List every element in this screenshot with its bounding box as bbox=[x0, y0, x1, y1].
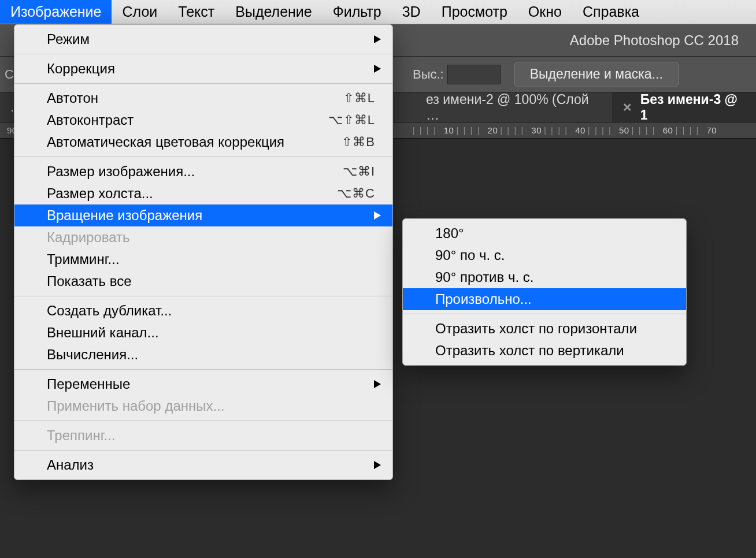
tab-untitled-2[interactable]: ез имени-2 @ 100% (Слой … bbox=[416, 92, 612, 122]
menu-label: 90° по ч. с. bbox=[435, 247, 669, 263]
menu-label: Размер изображения... bbox=[47, 163, 320, 180]
ruler-mark: 50 bbox=[619, 125, 629, 135]
menu-label: Создать дубликат... bbox=[47, 303, 375, 319]
menu-3d[interactable]: 3D bbox=[392, 0, 431, 24]
menu-crop: Кадрировать bbox=[14, 226, 392, 248]
menu-label: Размер холста... bbox=[47, 185, 314, 202]
separator bbox=[14, 54, 392, 54]
menu-label: Слои bbox=[122, 3, 157, 20]
flip-horizontal[interactable]: Отразить холст по горизонтали bbox=[403, 318, 686, 340]
menu-label: Текст bbox=[178, 3, 214, 20]
separator bbox=[14, 157, 392, 157]
menu-label: Треппинг... bbox=[47, 427, 375, 444]
menu-label: Окно bbox=[528, 3, 562, 20]
menu-label: 3D bbox=[402, 3, 421, 20]
menu-analysis[interactable]: Анализ bbox=[14, 454, 392, 476]
menu-apply-image[interactable]: Внешний канал... bbox=[14, 322, 392, 344]
close-icon[interactable]: ✕ bbox=[622, 101, 632, 114]
shortcut: ⌥⇧⌘L bbox=[328, 113, 375, 128]
tab-untitled-3[interactable]: ✕ Без имени-3 @ 1 bbox=[612, 92, 756, 122]
shortcut: ⌥⌘C bbox=[337, 186, 375, 201]
submenu-arrow-icon bbox=[374, 35, 381, 43]
menu-calculations[interactable]: Вычисления... bbox=[14, 344, 392, 366]
menu-layers[interactable]: Слои bbox=[112, 0, 168, 24]
shortcut: ⇧⌘B bbox=[342, 135, 375, 150]
menu-select[interactable]: Выделение bbox=[225, 0, 322, 24]
tab-label: Без имени-3 @ 1 bbox=[640, 92, 746, 123]
menu-label: Режим bbox=[47, 31, 375, 47]
menu-label: Отразить холст по вертикали bbox=[435, 343, 669, 359]
menu-auto-color[interactable]: Автоматическая цветовая коррекция ⇧⌘B bbox=[14, 131, 392, 153]
menu-reveal-all[interactable]: Показать все bbox=[14, 270, 392, 292]
menu-label: Изображение bbox=[10, 3, 101, 20]
menu-label: Выделение bbox=[235, 3, 312, 20]
menu-label: Фильтр bbox=[333, 3, 381, 20]
menu-label: 180° bbox=[435, 225, 669, 241]
menu-label: Кадрировать bbox=[47, 229, 375, 245]
submenu-arrow-icon bbox=[374, 211, 381, 220]
ruler-mark: 40 bbox=[575, 125, 585, 135]
menu-image[interactable]: Изображение bbox=[0, 0, 112, 24]
ruler-mark: 30 bbox=[531, 125, 542, 135]
menu-view[interactable]: Просмотр bbox=[431, 0, 518, 24]
menu-label: Переменные bbox=[47, 376, 375, 392]
menu-filter[interactable]: Фильтр bbox=[323, 0, 392, 24]
menu-label: Анализ bbox=[47, 457, 375, 473]
menu-label: Автоконтраст bbox=[47, 112, 305, 128]
separator bbox=[14, 369, 392, 370]
menu-label: Вращение изображения bbox=[47, 207, 375, 224]
submenu-arrow-icon bbox=[374, 380, 381, 388]
menu-trim[interactable]: Тримминг... bbox=[14, 248, 392, 270]
menu-duplicate[interactable]: Создать дубликат... bbox=[14, 300, 392, 322]
image-menu-dropdown: Режим Коррекция Автотон ⇧⌘L Автоконтраст… bbox=[14, 24, 393, 480]
rotate-arbitrary[interactable]: Произвольно... bbox=[403, 288, 686, 310]
menu-label: Просмотр bbox=[442, 3, 507, 20]
menu-label: Произвольно... bbox=[435, 291, 669, 307]
flip-vertical[interactable]: Отразить холст по вертикали bbox=[403, 340, 686, 362]
height-input[interactable] bbox=[447, 65, 501, 84]
menu-auto-contrast[interactable]: Автоконтраст ⌥⇧⌘L bbox=[14, 109, 392, 131]
menu-window[interactable]: Окно bbox=[518, 0, 572, 24]
ruler-mark: 70 bbox=[706, 125, 717, 135]
menu-adjustments[interactable]: Коррекция bbox=[14, 58, 392, 80]
menu-trap: Треппинг... bbox=[14, 425, 392, 447]
separator bbox=[14, 421, 392, 421]
menu-label: 90° против ч. с. bbox=[435, 269, 669, 285]
menu-label: Внешний канал... bbox=[47, 325, 375, 341]
menu-mode[interactable]: Режим bbox=[14, 28, 392, 50]
menu-label: Показать все bbox=[47, 273, 375, 289]
menu-label: Тримминг... bbox=[47, 251, 375, 267]
menu-label: Отразить холст по горизонтали bbox=[435, 321, 669, 337]
ruler-mark: 60 bbox=[663, 125, 673, 135]
menu-variables[interactable]: Переменные bbox=[14, 373, 392, 395]
separator bbox=[14, 450, 392, 451]
menu-text[interactable]: Текст bbox=[168, 0, 225, 24]
menu-label: Применить набор данных... bbox=[47, 398, 375, 414]
tab-label: ез имени-2 @ 100% (Слой … bbox=[426, 92, 602, 123]
rotate-90-cw[interactable]: 90° по ч. с. bbox=[403, 244, 686, 266]
ruler-mark: 20 bbox=[488, 125, 498, 135]
app-title: Adobe Photoshop CC 2018 bbox=[570, 32, 739, 49]
ruler-mark: 10 bbox=[444, 125, 454, 135]
rotate-180[interactable]: 180° bbox=[403, 222, 686, 244]
separator bbox=[14, 83, 392, 84]
height-label: Выс.: bbox=[413, 67, 444, 82]
select-and-mask-button[interactable]: Выделение и маска... bbox=[514, 62, 679, 87]
separator bbox=[403, 314, 686, 314]
button-label: Выделение и маска... bbox=[530, 66, 663, 82]
submenu-arrow-icon bbox=[374, 65, 381, 73]
menu-apply-data-set: Применить набор данных... bbox=[14, 395, 392, 417]
menu-auto-tone[interactable]: Автотон ⇧⌘L bbox=[14, 87, 392, 109]
submenu-arrow-icon bbox=[374, 461, 381, 469]
menu-image-rotation[interactable]: Вращение изображения bbox=[14, 204, 392, 226]
menu-canvas-size[interactable]: Размер холста... ⌥⌘C bbox=[14, 183, 392, 204]
menu-label: Автотон bbox=[47, 90, 320, 106]
menu-bar: Изображение Слои Текст Выделение Фильтр … bbox=[0, 0, 756, 24]
rotate-90-ccw[interactable]: 90° против ч. с. bbox=[403, 266, 686, 288]
menu-label: Справка bbox=[583, 3, 639, 20]
menu-label: Вычисления... bbox=[47, 347, 375, 363]
menu-help[interactable]: Справка bbox=[572, 0, 650, 24]
separator bbox=[14, 296, 392, 296]
rotation-submenu: 180° 90° по ч. с. 90° против ч. с. Произ… bbox=[402, 218, 687, 366]
menu-image-size[interactable]: Размер изображения... ⌥⌘I bbox=[14, 161, 392, 183]
